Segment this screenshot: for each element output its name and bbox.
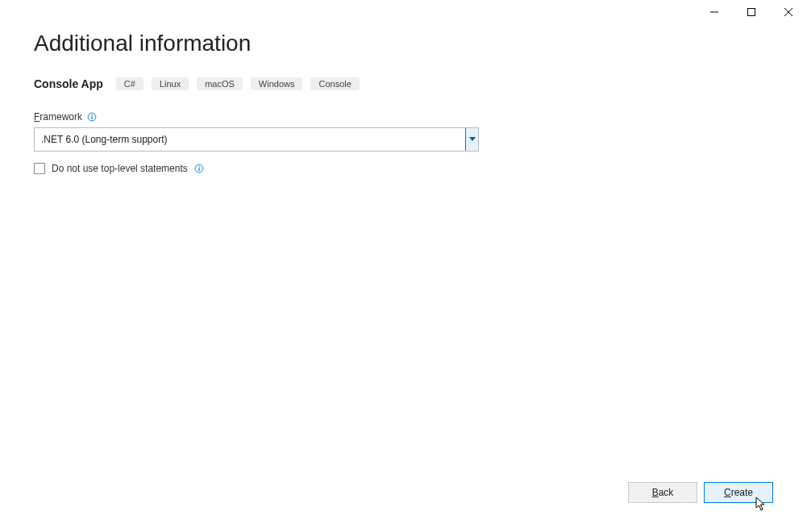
dropdown-toggle-button[interactable] <box>465 128 478 151</box>
svg-point-8 <box>198 166 200 168</box>
window-controls <box>696 0 807 24</box>
project-template-row: Console App C# Linux macOS Windows Conso… <box>34 77 773 90</box>
top-level-statements-checkbox[interactable] <box>34 163 45 174</box>
tag-macos: macOS <box>197 77 243 90</box>
maximize-button[interactable] <box>733 0 770 24</box>
svg-rect-6 <box>91 116 92 119</box>
chevron-down-icon <box>469 137 476 142</box>
tag-console: Console <box>310 77 359 90</box>
maximize-icon <box>747 8 755 16</box>
project-template-name: Console App <box>34 77 103 90</box>
tag-linux: Linux <box>152 77 189 90</box>
framework-dropdown[interactable]: .NET 6.0 (Long-term support) <box>34 127 479 152</box>
minimize-icon <box>710 8 718 16</box>
page-title: Additional information <box>34 31 773 56</box>
top-level-statements-row: Do not use top-level statements <box>34 163 773 174</box>
close-button[interactable] <box>770 0 807 24</box>
close-icon <box>784 8 792 16</box>
create-button[interactable]: Create <box>704 482 773 503</box>
svg-rect-9 <box>198 168 199 171</box>
tag-windows: Windows <box>251 77 303 90</box>
top-level-statements-label: Do not use top-level statements <box>52 163 188 174</box>
framework-label-row: Framework <box>34 111 773 123</box>
framework-selected-value: .NET 6.0 (Long-term support) <box>35 128 465 151</box>
info-icon[interactable] <box>194 164 204 173</box>
framework-label: Framework <box>34 111 82 123</box>
info-icon[interactable] <box>87 112 97 122</box>
minimize-button[interactable] <box>696 0 733 24</box>
footer-buttons: Back Create <box>628 482 773 503</box>
back-button[interactable]: Back <box>628 482 697 503</box>
svg-point-5 <box>91 114 93 116</box>
tag-csharp: C# <box>116 77 144 90</box>
svg-rect-1 <box>748 9 755 16</box>
